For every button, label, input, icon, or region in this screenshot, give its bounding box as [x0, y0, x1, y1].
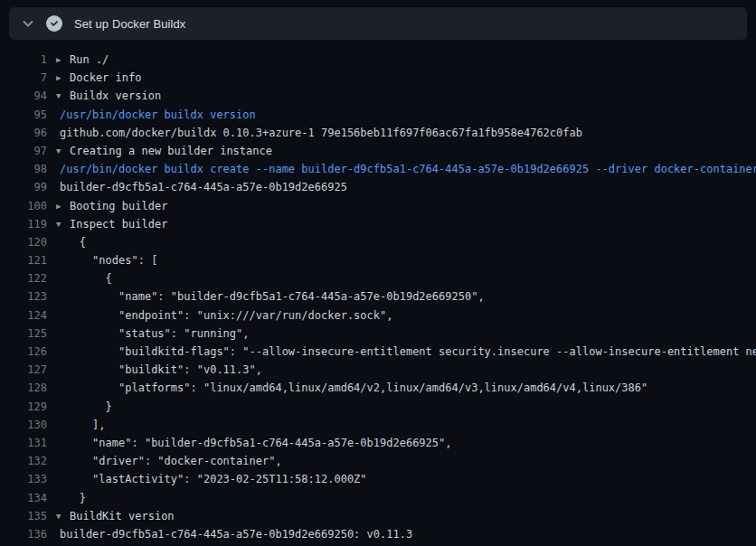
- log-line: 132 "driver": "docker-container",: [0, 452, 756, 470]
- log-line: 121 "nodes": [: [0, 251, 756, 269]
- line-number[interactable]: 121: [0, 251, 47, 269]
- log-line: 100▶Booting builder: [0, 197, 756, 215]
- output-text: "name": "builder-d9cfb5a1-c764-445a-a57e…: [56, 434, 451, 452]
- output-text: "buildkitd-flags": "--allow-insecure-ent…: [56, 343, 756, 361]
- group-expanded-icon[interactable]: ▼: [56, 507, 70, 525]
- log-line: 123 "name": "builder-d9cfb5a1-c764-445a-…: [0, 287, 756, 306]
- group-collapsed-icon[interactable]: ▶: [56, 69, 70, 87]
- command-text: /usr/bin/docker buildx version: [56, 106, 256, 124]
- group-expanded-icon[interactable]: ▼: [56, 87, 70, 105]
- output-text: ],: [56, 416, 106, 434]
- group-title[interactable]: Creating a new builder instance: [70, 142, 272, 160]
- line-number[interactable]: 96: [0, 124, 47, 142]
- line-number[interactable]: 127: [0, 361, 47, 379]
- output-text: }: [56, 398, 112, 416]
- line-number[interactable]: 132: [0, 452, 47, 470]
- log-line: 98/usr/bin/docker buildx create --name b…: [0, 160, 756, 178]
- log-line: 126 "buildkitd-flags": "--allow-insecure…: [0, 343, 756, 361]
- check-circle-icon: [45, 14, 63, 33]
- line-number[interactable]: 126: [0, 343, 47, 361]
- line-number[interactable]: 125: [0, 325, 47, 343]
- line-number[interactable]: 7: [0, 69, 47, 87]
- line-number[interactable]: 133: [0, 470, 47, 488]
- line-number[interactable]: 97: [0, 142, 47, 160]
- output-text: {: [56, 269, 112, 287]
- log-line: 130 ],: [0, 416, 756, 434]
- line-number[interactable]: 135: [0, 507, 47, 525]
- line-number[interactable]: 95: [0, 106, 47, 124]
- line-number[interactable]: 129: [0, 398, 47, 416]
- log-line: 1▶Run ./: [0, 51, 756, 69]
- line-number[interactable]: 134: [0, 489, 47, 507]
- line-number[interactable]: 120: [0, 233, 47, 251]
- step-header[interactable]: Set up Docker Buildx: [9, 7, 747, 40]
- group-collapsed-icon[interactable]: ▶: [56, 51, 70, 69]
- log-line: 124 "endpoint": "unix:///var/run/docker.…: [0, 306, 756, 325]
- log-line: 122 {: [0, 269, 756, 287]
- line-number[interactable]: 98: [0, 160, 47, 178]
- line-number[interactable]: 130: [0, 416, 47, 434]
- group-title[interactable]: Buildx version: [70, 87, 161, 105]
- line-number[interactable]: 119: [0, 215, 47, 233]
- output-text: "nodes": [: [56, 251, 157, 269]
- log-line: 7▶Docker info: [0, 69, 756, 87]
- line-number[interactable]: 122: [0, 269, 47, 287]
- step-title: Set up Docker Buildx: [74, 17, 185, 31]
- line-number[interactable]: 136: [0, 525, 47, 543]
- line-number[interactable]: 128: [0, 379, 47, 397]
- log-line: 119▼Inspect builder: [0, 215, 756, 233]
- log-lines: 1▶Run ./7▶Docker info94▼Buildx version95…: [0, 40, 756, 546]
- log-line: 125 "status": "running",: [0, 325, 756, 343]
- output-text: "lastActivity": "2023-02-25T11:58:12.000…: [56, 470, 367, 488]
- actions-log-panel: Set up Docker Buildx 1▶Run ./7▶Docker in…: [0, 0, 756, 546]
- log-line: 94▼Buildx version: [0, 87, 756, 105]
- output-text: github.com/docker/buildx 0.10.3+azure-1 …: [56, 124, 582, 142]
- output-text: "platforms": "linux/amd64,linux/amd64/v2…: [56, 379, 647, 397]
- group-title[interactable]: Docker info: [70, 69, 141, 87]
- log-line: 133 "lastActivity": "2023-02-25T11:58:12…: [0, 470, 756, 488]
- group-expanded-icon[interactable]: ▼: [56, 215, 70, 233]
- line-number[interactable]: 124: [0, 306, 47, 325]
- output-text: "buildkit": "v0.11.3",: [56, 361, 262, 379]
- output-text: builder-d9cfb5a1-c764-445a-a57e-0b19d2e6…: [56, 178, 347, 196]
- output-text: }: [56, 489, 86, 507]
- line-number[interactable]: 1: [0, 51, 47, 69]
- line-number[interactable]: 123: [0, 287, 47, 306]
- log-line: 128 "platforms": "linux/amd64,linux/amd6…: [0, 379, 756, 397]
- output-text: "status": "running",: [56, 325, 250, 343]
- line-number[interactable]: 131: [0, 434, 47, 452]
- output-text: "driver": "docker-container",: [56, 452, 282, 470]
- group-title[interactable]: Inspect builder: [70, 215, 167, 233]
- log-line: 135▼BuildKit version: [0, 507, 756, 525]
- log-line: 120 {: [0, 233, 756, 251]
- output-text: {: [56, 233, 86, 251]
- log-line: 127 "buildkit": "v0.11.3",: [0, 361, 756, 379]
- group-title[interactable]: BuildKit version: [70, 507, 175, 525]
- chevron-down-icon[interactable]: [20, 15, 36, 32]
- log-line: 136builder-d9cfb5a1-c764-445a-a57e-0b19d…: [0, 525, 756, 543]
- output-text: "name": "builder-d9cfb5a1-c764-445a-a57e…: [56, 287, 485, 306]
- group-title[interactable]: Booting builder: [70, 197, 167, 215]
- output-text: "endpoint": "unix:///var/run/docker.sock…: [56, 306, 392, 325]
- line-number[interactable]: 100: [0, 197, 47, 215]
- log-line: 131 "name": "builder-d9cfb5a1-c764-445a-…: [0, 434, 756, 452]
- log-line: 95/usr/bin/docker buildx version: [0, 106, 756, 124]
- command-text: /usr/bin/docker buildx create --name bui…: [56, 160, 756, 178]
- group-title[interactable]: Run ./: [70, 51, 109, 69]
- line-number[interactable]: 94: [0, 87, 47, 105]
- output-text: builder-d9cfb5a1-c764-445a-a57e-0b19d2e6…: [56, 525, 412, 543]
- log-line: 134 }: [0, 489, 756, 507]
- log-line: 96github.com/docker/buildx 0.10.3+azure-…: [0, 124, 756, 142]
- group-collapsed-icon[interactable]: ▶: [56, 197, 70, 215]
- line-number[interactable]: 99: [0, 178, 47, 196]
- log-line: 97▼Creating a new builder instance: [0, 142, 756, 160]
- log-line: 99builder-d9cfb5a1-c764-445a-a57e-0b19d2…: [0, 178, 756, 196]
- group-expanded-icon[interactable]: ▼: [56, 142, 70, 160]
- log-line: 129 }: [0, 398, 756, 416]
